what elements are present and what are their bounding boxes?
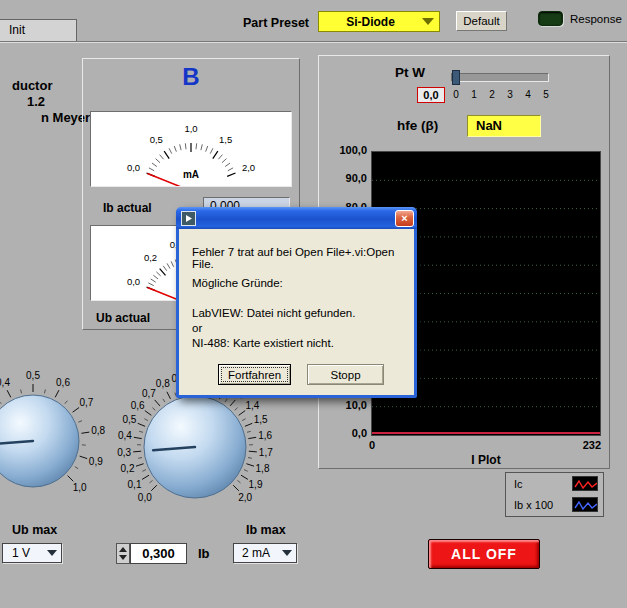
ib-spinner-arrows[interactable] bbox=[116, 543, 130, 564]
knob-tick bbox=[242, 419, 246, 421]
x-axis-min-label: 0 bbox=[369, 439, 375, 451]
y-axis-label: 0,0 bbox=[323, 427, 367, 439]
knob-tick bbox=[75, 467, 78, 469]
ub-actual-label: Ub actual bbox=[96, 311, 150, 325]
meter-scale-label: 1,5 bbox=[219, 134, 232, 145]
knob-tick bbox=[239, 411, 246, 416]
meter-tick bbox=[225, 163, 230, 166]
ptw-slider-thumb[interactable] bbox=[452, 70, 460, 85]
response-led bbox=[538, 11, 563, 26]
slider-tick-label: 4 bbox=[525, 89, 531, 100]
knob-tick bbox=[150, 480, 153, 483]
meter-tick bbox=[153, 275, 158, 279]
meter-scale-label: 0,0 bbox=[127, 162, 140, 173]
hfe-value: NaN bbox=[467, 115, 541, 137]
ptw-value[interactable]: 0,0 bbox=[417, 87, 445, 103]
decrement-icon[interactable] bbox=[119, 555, 127, 560]
all-off-button[interactable]: ALL OFF bbox=[428, 539, 540, 569]
meter-tick bbox=[156, 159, 160, 163]
meter-tick bbox=[167, 263, 170, 268]
knob-tick bbox=[245, 423, 252, 426]
legend-label-ib: Ib x 100 bbox=[514, 499, 572, 511]
meter-tick bbox=[160, 269, 166, 276]
dropdown-arrow-icon bbox=[47, 550, 57, 556]
ib-meter: 0,00,51,01,52,0mA bbox=[90, 111, 292, 187]
meter-tick bbox=[151, 279, 156, 282]
continue-button[interactable]: Fortfahren bbox=[218, 364, 291, 385]
ptw-slider-track[interactable] bbox=[451, 73, 549, 82]
meter-scale-label: 2,0 bbox=[242, 162, 255, 173]
meter-tick bbox=[227, 173, 235, 176]
ib-range-ring[interactable]: 2 mA bbox=[233, 543, 297, 563]
ptw-label: Pt W bbox=[395, 65, 425, 80]
ib-max-label: Ib max bbox=[246, 523, 286, 537]
knob-scale-label: 0,0 bbox=[138, 492, 152, 503]
knob-tick bbox=[144, 419, 148, 421]
meter-scale-label: 0,5 bbox=[150, 134, 163, 145]
knob-scale-label: 1,6 bbox=[258, 430, 272, 441]
dialog-title-bar[interactable]: × bbox=[176, 207, 417, 229]
legend-item-ib[interactable]: Ib x 100 bbox=[506, 494, 603, 515]
knob-tick bbox=[235, 408, 238, 411]
knob-tick bbox=[145, 411, 152, 416]
meter-tick bbox=[222, 159, 226, 163]
knob-tick bbox=[249, 451, 257, 452]
meter-tick bbox=[196, 143, 197, 149]
ib-value-field[interactable]: 0,300 bbox=[130, 543, 187, 564]
meter-tick bbox=[160, 155, 164, 160]
part-preset-dropdown[interactable]: Si-Diode bbox=[318, 11, 440, 32]
knob-tick bbox=[80, 456, 88, 459]
meter-tick bbox=[163, 266, 166, 271]
knob-tick bbox=[78, 421, 82, 423]
x-axis-max-label: 232 bbox=[563, 439, 601, 451]
close-button[interactable]: × bbox=[395, 210, 414, 227]
ub-range-value: 1 V bbox=[3, 546, 47, 560]
knob-scale-label: 1,4 bbox=[245, 400, 259, 411]
dialog-message-line3: LabVIEW: Datei nicht gefunden. bbox=[192, 307, 355, 319]
plot-legend: Ic Ib x 100 bbox=[505, 472, 604, 517]
dialog-message-line1: Fehler 7 trat auf bei Open File+.vi:Open… bbox=[192, 246, 414, 270]
ub-range-ring[interactable]: 1 V bbox=[2, 543, 62, 563]
knob-tick bbox=[151, 485, 157, 491]
knob-scale-label: 1,5 bbox=[254, 414, 268, 425]
meter-tick bbox=[206, 146, 208, 152]
knob-tick bbox=[142, 470, 146, 472]
legend-item-ic[interactable]: Ic bbox=[506, 473, 603, 494]
knob-tick bbox=[133, 451, 141, 452]
knob-tick bbox=[21, 390, 22, 394]
y-axis-label: 10,0 bbox=[323, 399, 367, 411]
knob-tick bbox=[155, 400, 160, 406]
legend-wave-icon bbox=[575, 502, 597, 509]
knob-tick bbox=[0, 401, 1, 404]
stop-button[interactable]: Stopp bbox=[307, 364, 384, 385]
knob-tick bbox=[138, 458, 142, 459]
branding-line2: 1.2 bbox=[27, 94, 45, 109]
knob-tick bbox=[225, 399, 227, 402]
knob-tick bbox=[233, 485, 239, 491]
dialog-message-line4: or bbox=[192, 322, 202, 334]
meter-tick bbox=[164, 151, 169, 158]
labview-app-icon bbox=[181, 211, 196, 226]
init-tab[interactable]: Init bbox=[0, 19, 77, 42]
knob-tick bbox=[139, 431, 143, 432]
knob-tick bbox=[247, 431, 251, 432]
toolbar-separator bbox=[0, 41, 627, 43]
knob-face[interactable] bbox=[0, 395, 79, 487]
slider-tick-label: 5 bbox=[543, 89, 549, 100]
knob-tick bbox=[136, 464, 144, 467]
meter-tick bbox=[149, 168, 154, 171]
plot-sample-icon bbox=[572, 497, 598, 512]
labview-front-panel: { "top_bar": { "init_tab": "Init", "part… bbox=[0, 0, 627, 608]
ib-label: Ib bbox=[198, 546, 210, 561]
slider-tick-label: 1 bbox=[471, 89, 477, 100]
knob-tick bbox=[163, 399, 165, 402]
dialog-message-line2: Mögliche Gründe: bbox=[192, 277, 283, 289]
knob-scale-label: 0,3 bbox=[117, 447, 131, 458]
increment-icon[interactable] bbox=[119, 547, 127, 552]
meter-tick bbox=[201, 144, 202, 150]
knob-scale-label: 0,5 bbox=[26, 370, 40, 381]
knob-tick bbox=[65, 401, 68, 404]
knob-tick bbox=[142, 475, 149, 479]
default-button[interactable]: Default bbox=[456, 11, 507, 31]
part-preset-value: Si-Diode bbox=[319, 15, 422, 29]
